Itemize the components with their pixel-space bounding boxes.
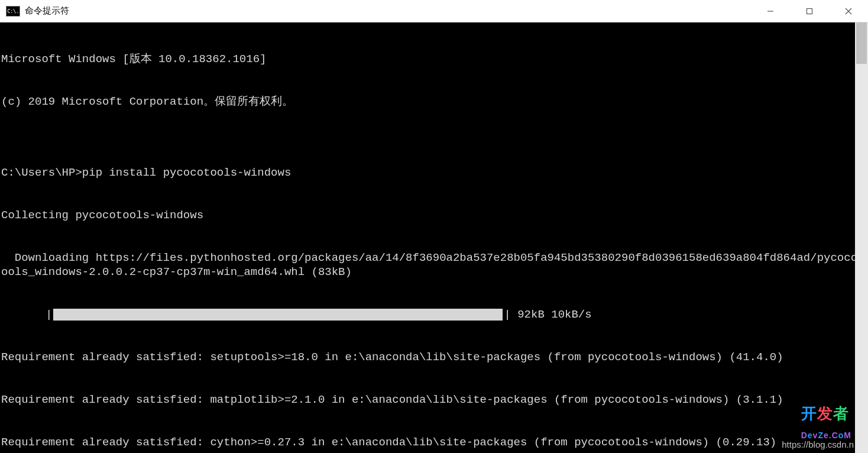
terminal-line: Collecting pycocotools-windows	[1, 208, 868, 222]
maximize-icon	[806, 8, 813, 15]
window-title: 命令提示符	[25, 5, 69, 17]
terminal-output[interactable]: Microsoft Windows [版本 10.0.18362.1016] (…	[0, 22, 868, 453]
cmd-icon: C:\.	[6, 6, 20, 17]
vertical-scrollbar[interactable]	[855, 22, 868, 453]
watermark-url: https://blog.csdn.n	[782, 439, 854, 449]
terminal-line: (c) 2019 Microsoft Corporation。保留所有权利。	[1, 95, 868, 109]
progress-text: 92kB 10kB/s	[511, 308, 592, 322]
titlebar: C:\. 命令提示符	[0, 0, 868, 22]
scrollbar-thumb[interactable]	[856, 22, 867, 64]
terminal-line: Microsoft Windows [版本 10.0.18362.1016]	[1, 52, 868, 66]
progress-line: || 92kB 10kB/s	[1, 308, 868, 322]
terminal-line: Requirement already satisfied: cython>=0…	[1, 435, 868, 449]
close-icon	[845, 8, 852, 15]
close-button[interactable]	[829, 0, 868, 22]
terminal-line: C:\Users\HP>pip install pycocotools-wind…	[1, 166, 868, 180]
terminal-line: Requirement already satisfied: matplotli…	[1, 393, 868, 407]
window-controls	[751, 0, 868, 22]
minimize-button[interactable]	[751, 0, 790, 22]
progress-bar	[53, 309, 503, 321]
svg-rect-1	[807, 8, 812, 14]
terminal-line: Downloading https://files.pythonhosted.o…	[1, 251, 868, 279]
watermark-logo: 开发者 DevZe.CoM	[801, 403, 851, 442]
terminal-line: Requirement already satisfied: setuptool…	[1, 350, 868, 364]
minimize-icon	[767, 8, 774, 15]
maximize-button[interactable]	[790, 0, 829, 22]
